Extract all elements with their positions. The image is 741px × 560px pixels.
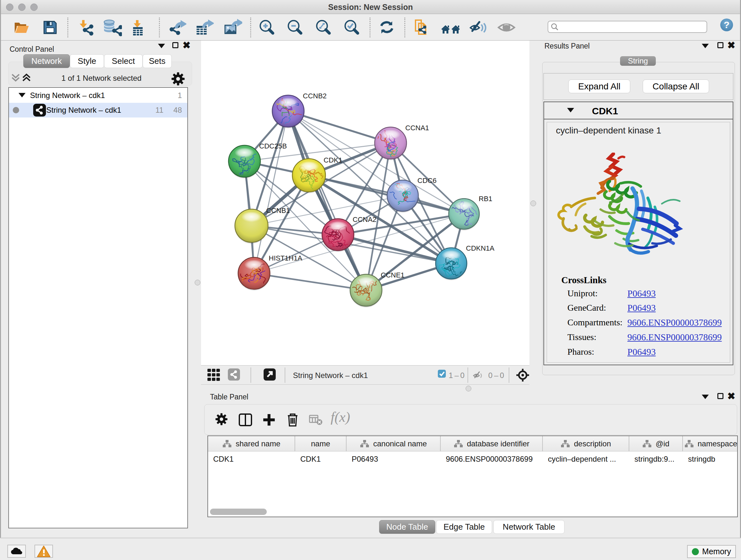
svg-text:CDC25B: CDC25B [259, 142, 287, 150]
svg-text:CDC6: CDC6 [417, 177, 436, 185]
svg-text:HIST1H1A: HIST1H1A [269, 254, 302, 262]
svg-text:RB1: RB1 [479, 195, 492, 203]
svg-text:CCNB1: CCNB1 [266, 206, 290, 214]
svg-text:CCNE1: CCNE1 [381, 271, 405, 279]
svg-text:CCNB2: CCNB2 [303, 92, 327, 100]
svg-text:CCNA1: CCNA1 [405, 124, 429, 132]
svg-text:CCNA2: CCNA2 [353, 215, 377, 224]
svg-text:CDK1: CDK1 [324, 156, 342, 164]
svg-text:CDKN1A: CDKN1A [466, 244, 495, 252]
